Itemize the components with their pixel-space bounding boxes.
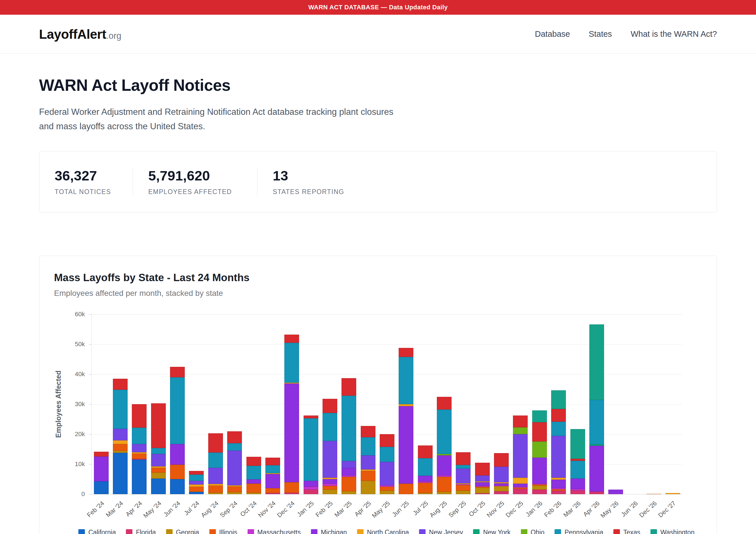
bar-segment-texas[interactable] — [475, 463, 490, 475]
bar-segment-texas[interactable] — [151, 403, 166, 448]
bar-segment-washington[interactable] — [551, 390, 566, 409]
bar-segment-georgia[interactable] — [494, 486, 509, 491]
bar-segment-michigan[interactable] — [532, 458, 547, 484]
bar-segment-north-carolina[interactable] — [113, 441, 128, 444]
bar-jun-25[interactable] — [399, 348, 413, 494]
bar-segment-pennsylvania[interactable] — [380, 447, 394, 462]
bar-segment-georgia[interactable] — [323, 490, 337, 494]
bar-segment-illinois[interactable] — [151, 468, 166, 473]
bar-segment-north-carolina[interactable] — [551, 478, 566, 480]
bar-segment-michigan[interactable] — [570, 479, 585, 489]
bar-segment-pennsylvania[interactable] — [189, 475, 204, 481]
bar-mar-24[interactable] — [113, 379, 128, 494]
bar-segment-michigan[interactable] — [284, 384, 299, 482]
bar-segment-washington[interactable] — [570, 429, 585, 459]
bar-dec-24[interactable] — [284, 334, 299, 494]
bar-segment-florida[interactable] — [589, 492, 604, 494]
legend-item-north-carolina[interactable]: North Carolina — [357, 529, 409, 534]
bar-segment-florida[interactable] — [494, 491, 509, 494]
bar-jun-24[interactable] — [170, 367, 185, 494]
bar-segment-new-jersey[interactable] — [323, 441, 337, 478]
site-logo[interactable]: LayoffAlert.org — [39, 27, 122, 42]
bar-may-24[interactable] — [151, 403, 166, 494]
legend-item-washington[interactable]: Washington — [650, 529, 695, 534]
bar-segment-michigan[interactable] — [265, 474, 280, 488]
bar-segment-new-jersey[interactable] — [151, 454, 166, 466]
bar-segment-florida[interactable] — [551, 491, 566, 494]
bar-segment-texas[interactable] — [380, 434, 394, 447]
bar-segment-new-jersey[interactable] — [513, 434, 528, 478]
bar-segment-pennsylvania[interactable] — [284, 343, 299, 383]
bar-segment-michigan[interactable] — [304, 481, 318, 487]
bar-aug-24[interactable] — [208, 433, 223, 494]
bar-segment-illinois[interactable] — [170, 465, 185, 479]
legend-item-texas[interactable]: Texas — [613, 529, 640, 534]
bar-mar-26[interactable] — [570, 429, 585, 494]
bar-oct-24[interactable] — [246, 457, 261, 494]
bar-segment-new-jersey[interactable] — [227, 451, 242, 485]
bar-segment-north-carolina[interactable] — [189, 485, 204, 487]
bar-segment-california[interactable] — [94, 481, 109, 494]
bar-mar-25[interactable] — [341, 378, 356, 494]
bar-segment-new-jersey[interactable] — [132, 444, 147, 452]
bar-segment-ohio[interactable] — [513, 427, 528, 434]
bar-segment-new-jersey[interactable] — [475, 475, 490, 481]
bar-segment-texas[interactable] — [513, 415, 528, 427]
bar-may-26[interactable] — [608, 490, 623, 494]
bar-segment-georgia[interactable] — [227, 492, 242, 494]
bar-segment-illinois[interactable] — [361, 471, 375, 481]
bar-segment-new-jersey[interactable] — [494, 467, 509, 482]
bar-segment-pennsylvania[interactable] — [227, 443, 242, 450]
bar-segment-texas[interactable] — [227, 431, 242, 443]
bar-segment-washington[interactable] — [532, 411, 547, 422]
bar-segment-florida[interactable] — [304, 490, 318, 494]
bar-segment-michigan[interactable] — [418, 476, 433, 482]
bar-segment-illinois[interactable] — [265, 488, 280, 493]
legend-item-new-jersey[interactable]: New Jersey — [419, 529, 463, 534]
bar-segment-illinois[interactable] — [341, 477, 356, 491]
legend-item-massachusetts[interactable]: Massachusetts — [248, 529, 301, 534]
bar-segment-michigan[interactable] — [551, 480, 566, 488]
bar-segment-texas[interactable] — [323, 399, 337, 413]
nav-states[interactable]: States — [589, 29, 612, 39]
bar-segment-pennsylvania[interactable] — [418, 458, 433, 475]
bar-sep-25[interactable] — [456, 452, 471, 494]
bar-segment-washington[interactable] — [589, 324, 604, 400]
bar-segment-texas[interactable] — [284, 334, 299, 343]
bar-segment-california[interactable] — [170, 479, 185, 494]
bar-jul-25[interactable] — [418, 445, 433, 494]
bar-segment-texas[interactable] — [265, 458, 280, 465]
bar-nov-25[interactable] — [494, 453, 509, 494]
bar-segment-florida[interactable] — [513, 489, 528, 494]
bar-segment-texas[interactable] — [132, 404, 147, 428]
bar-segment-illinois[interactable] — [418, 483, 433, 493]
bar-segment-michigan[interactable] — [246, 479, 261, 484]
bar-segment-pennsylvania[interactable] — [361, 437, 375, 455]
bar-segment-new-jersey[interactable] — [208, 468, 223, 484]
bar-segment-georgia[interactable] — [475, 488, 490, 493]
bar-segment-illinois[interactable] — [227, 487, 242, 492]
bar-segment-illinois[interactable] — [246, 484, 261, 493]
bar-segment-illinois[interactable] — [284, 482, 299, 493]
bar-segment-texas[interactable] — [532, 422, 547, 441]
bar-segment-new-jersey[interactable] — [189, 481, 204, 485]
legend-item-ohio[interactable]: Ohio — [521, 529, 545, 534]
bar-segment-georgia[interactable] — [380, 491, 394, 494]
bar-feb-26[interactable] — [551, 390, 566, 494]
bar-segment-michigan[interactable] — [341, 468, 356, 475]
bar-dec-25[interactable] — [513, 415, 528, 494]
bar-segment-texas[interactable] — [551, 409, 566, 422]
nav-database[interactable]: Database — [535, 29, 570, 39]
bar-segment-pennsylvania[interactable] — [246, 466, 261, 480]
bar-segment-pennsylvania[interactable] — [265, 465, 280, 473]
bar-segment-michigan[interactable] — [323, 479, 337, 484]
bar-segment-georgia[interactable] — [151, 473, 166, 479]
bar-segment-pennsylvania[interactable] — [437, 410, 451, 454]
bar-jan-26[interactable] — [532, 411, 547, 494]
bar-segment-new-jersey[interactable] — [361, 455, 375, 470]
bar-segment-texas[interactable] — [246, 457, 261, 466]
bar-segment-california[interactable] — [113, 453, 128, 494]
bar-segment-illinois[interactable] — [437, 477, 451, 492]
bar-may-25[interactable] — [380, 434, 394, 494]
bar-segment-new-jersey[interactable] — [341, 461, 356, 468]
